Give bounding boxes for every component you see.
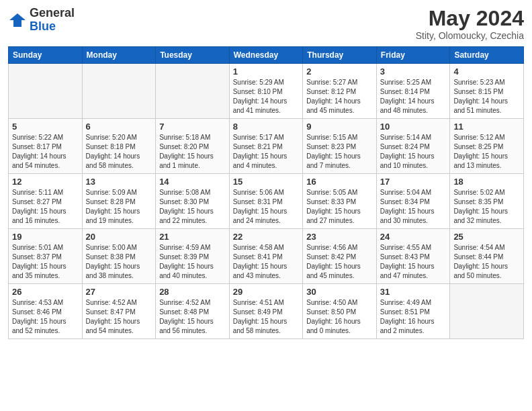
logo: General Blue (8, 7, 75, 34)
day-info: Sunrise: 5:29 AM Sunset: 8:10 PM Dayligh… (233, 78, 300, 116)
calendar-cell: 8Sunrise: 5:17 AM Sunset: 8:21 PM Daylig… (229, 119, 303, 174)
calendar-cell: 12Sunrise: 5:11 AM Sunset: 8:27 PM Dayli… (9, 174, 83, 229)
calendar-cell: 28Sunrise: 4:52 AM Sunset: 8:48 PM Dayli… (156, 284, 230, 339)
calendar-cell (9, 64, 83, 119)
day-info: Sunrise: 5:08 AM Sunset: 8:30 PM Dayligh… (159, 188, 226, 226)
day-number: 11 (453, 122, 520, 132)
calendar-week-row: 12Sunrise: 5:11 AM Sunset: 8:27 PM Dayli… (9, 174, 524, 229)
calendar-cell: 31Sunrise: 4:49 AM Sunset: 8:51 PM Dayli… (376, 284, 450, 339)
day-info: Sunrise: 5:20 AM Sunset: 8:18 PM Dayligh… (86, 133, 152, 171)
calendar-cell: 2Sunrise: 5:27 AM Sunset: 8:12 PM Daylig… (303, 64, 377, 119)
day-number: 31 (380, 287, 447, 297)
calendar-week-row: 26Sunrise: 4:53 AM Sunset: 8:46 PM Dayli… (9, 284, 524, 339)
calendar-cell: 11Sunrise: 5:12 AM Sunset: 8:25 PM Dayli… (450, 119, 524, 174)
day-number: 9 (306, 122, 373, 132)
day-number: 28 (159, 287, 226, 297)
day-info: Sunrise: 4:59 AM Sunset: 8:39 PM Dayligh… (159, 243, 226, 281)
calendar-cell: 13Sunrise: 5:09 AM Sunset: 8:28 PM Dayli… (82, 174, 156, 229)
calendar-cell: 27Sunrise: 4:52 AM Sunset: 8:47 PM Dayli… (82, 284, 156, 339)
day-number: 24 (380, 232, 447, 242)
day-number: 3 (380, 66, 447, 77)
day-number: 30 (306, 287, 373, 297)
day-number: 10 (380, 122, 447, 132)
day-number: 13 (86, 177, 152, 187)
day-info: Sunrise: 4:51 AM Sunset: 8:49 PM Dayligh… (233, 298, 300, 336)
day-info: Sunrise: 4:53 AM Sunset: 8:46 PM Dayligh… (12, 298, 79, 336)
title-block: May 2024 Stity, Olomoucky, Czechia (416, 7, 524, 41)
calendar-header-row: SundayMondayTuesdayWednesdayThursdayFrid… (9, 47, 524, 64)
day-info: Sunrise: 4:56 AM Sunset: 8:42 PM Dayligh… (306, 243, 373, 281)
day-number: 15 (233, 177, 300, 187)
calendar-cell: 19Sunrise: 5:01 AM Sunset: 8:37 PM Dayli… (9, 229, 83, 284)
calendar-week-row: 19Sunrise: 5:01 AM Sunset: 8:37 PM Dayli… (9, 229, 524, 284)
day-number: 29 (233, 287, 300, 297)
calendar-cell: 7Sunrise: 5:18 AM Sunset: 8:20 PM Daylig… (156, 119, 230, 174)
day-info: Sunrise: 5:23 AM Sunset: 8:15 PM Dayligh… (453, 78, 520, 116)
day-info: Sunrise: 4:52 AM Sunset: 8:48 PM Dayligh… (159, 298, 226, 336)
logo-general: General (30, 6, 75, 19)
day-info: Sunrise: 4:52 AM Sunset: 8:47 PM Dayligh… (86, 298, 152, 336)
calendar-cell: 22Sunrise: 4:58 AM Sunset: 8:41 PM Dayli… (229, 229, 303, 284)
day-info: Sunrise: 5:12 AM Sunset: 8:25 PM Dayligh… (453, 133, 520, 171)
day-number: 16 (306, 177, 373, 187)
calendar-cell: 17Sunrise: 5:04 AM Sunset: 8:34 PM Dayli… (376, 174, 450, 229)
day-info: Sunrise: 4:58 AM Sunset: 8:41 PM Dayligh… (233, 243, 300, 281)
day-number: 18 (453, 177, 520, 187)
day-info: Sunrise: 4:55 AM Sunset: 8:43 PM Dayligh… (380, 243, 447, 281)
weekday-header: Monday (82, 47, 156, 64)
day-info: Sunrise: 5:02 AM Sunset: 8:35 PM Dayligh… (453, 188, 520, 226)
calendar-cell: 1Sunrise: 5:29 AM Sunset: 8:10 PM Daylig… (229, 64, 303, 119)
location-subtitle: Stity, Olomoucky, Czechia (416, 30, 524, 41)
day-number: 8 (233, 122, 300, 132)
day-number: 25 (453, 232, 520, 242)
page-container: General Blue May 2024 Stity, Olomoucky, … (0, 0, 532, 347)
day-info: Sunrise: 5:05 AM Sunset: 8:33 PM Dayligh… (306, 188, 373, 226)
day-info: Sunrise: 5:18 AM Sunset: 8:20 PM Dayligh… (159, 133, 226, 171)
weekday-header: Sunday (9, 47, 83, 64)
calendar-week-row: 5Sunrise: 5:22 AM Sunset: 8:17 PM Daylig… (9, 119, 524, 174)
weekday-header: Tuesday (156, 47, 230, 64)
day-number: 17 (380, 177, 447, 187)
day-number: 12 (12, 177, 79, 187)
weekday-header: Thursday (303, 47, 377, 64)
day-info: Sunrise: 5:15 AM Sunset: 8:23 PM Dayligh… (306, 133, 373, 171)
calendar-table: SundayMondayTuesdayWednesdayThursdayFrid… (8, 46, 524, 339)
calendar-cell: 9Sunrise: 5:15 AM Sunset: 8:23 PM Daylig… (303, 119, 377, 174)
day-info: Sunrise: 5:17 AM Sunset: 8:21 PM Dayligh… (233, 133, 300, 171)
logo-text: General Blue (30, 7, 75, 34)
calendar-cell: 21Sunrise: 4:59 AM Sunset: 8:39 PM Dayli… (156, 229, 230, 284)
calendar-cell (82, 64, 156, 119)
day-number: 2 (306, 66, 373, 77)
day-number: 6 (86, 122, 152, 132)
day-info: Sunrise: 5:25 AM Sunset: 8:14 PM Dayligh… (380, 78, 447, 116)
day-info: Sunrise: 5:00 AM Sunset: 8:38 PM Dayligh… (86, 243, 152, 281)
calendar-cell: 16Sunrise: 5:05 AM Sunset: 8:33 PM Dayli… (303, 174, 377, 229)
calendar-cell: 4Sunrise: 5:23 AM Sunset: 8:15 PM Daylig… (450, 64, 524, 119)
day-number: 7 (159, 122, 226, 132)
calendar-cell: 15Sunrise: 5:06 AM Sunset: 8:31 PM Dayli… (229, 174, 303, 229)
day-number: 22 (233, 232, 300, 242)
day-number: 26 (12, 287, 79, 297)
day-info: Sunrise: 4:49 AM Sunset: 8:51 PM Dayligh… (380, 298, 447, 336)
day-info: Sunrise: 5:11 AM Sunset: 8:27 PM Dayligh… (12, 188, 79, 226)
weekday-header: Friday (376, 47, 450, 64)
logo-blue: Blue (30, 19, 56, 33)
logo-icon (8, 11, 27, 30)
svg-marker-0 (9, 13, 26, 27)
day-number: 19 (12, 232, 79, 242)
day-number: 27 (86, 287, 152, 297)
day-number: 4 (453, 66, 520, 77)
day-info: Sunrise: 4:54 AM Sunset: 8:44 PM Dayligh… (453, 243, 520, 281)
calendar-cell: 10Sunrise: 5:14 AM Sunset: 8:24 PM Dayli… (376, 119, 450, 174)
calendar-week-row: 1Sunrise: 5:29 AM Sunset: 8:10 PM Daylig… (9, 64, 524, 119)
calendar-cell: 5Sunrise: 5:22 AM Sunset: 8:17 PM Daylig… (9, 119, 83, 174)
day-info: Sunrise: 5:27 AM Sunset: 8:12 PM Dayligh… (306, 78, 373, 116)
calendar-cell: 23Sunrise: 4:56 AM Sunset: 8:42 PM Dayli… (303, 229, 377, 284)
calendar-cell: 14Sunrise: 5:08 AM Sunset: 8:30 PM Dayli… (156, 174, 230, 229)
calendar-cell (450, 284, 524, 339)
day-info: Sunrise: 4:50 AM Sunset: 8:50 PM Dayligh… (306, 298, 373, 336)
month-title: May 2024 (416, 7, 524, 30)
calendar-cell: 20Sunrise: 5:00 AM Sunset: 8:38 PM Dayli… (82, 229, 156, 284)
day-number: 1 (233, 66, 300, 77)
calendar-cell: 30Sunrise: 4:50 AM Sunset: 8:50 PM Dayli… (303, 284, 377, 339)
